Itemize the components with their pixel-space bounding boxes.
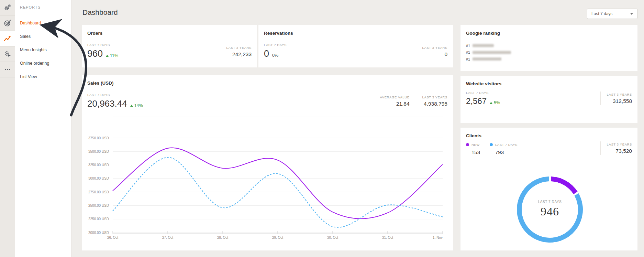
legend-item-new: NEW 153 — [466, 143, 480, 155]
donut-center-label: LAST 7 DAYS — [538, 200, 562, 204]
google-ranking-card: Google ranking #1 #1 #1 — [460, 25, 637, 71]
reservations-3yr-value: 0 — [422, 51, 447, 57]
secondary-label: LAST 3 YEARS — [607, 142, 632, 146]
line-chart-icon — [3, 34, 12, 43]
period-dropdown-value: Last 7 days — [591, 11, 612, 16]
clients-donut-chart: LAST 7 DAYS 946 — [512, 171, 588, 247]
visitors-delta: 5% — [490, 100, 500, 105]
reservations-delta: 0% — [272, 53, 278, 58]
redacted-text — [473, 57, 501, 61]
sidebar: REPORTS Dashboard Sales Menu Insights On… — [15, 0, 71, 257]
y-tick-label: 3000.00 USD — [88, 176, 109, 180]
card-title: Website visitors — [466, 81, 501, 86]
ranking-row: #1 — [466, 42, 511, 49]
y-tick-label: 3250.00 USD — [88, 163, 109, 167]
x-tick-label: 30. Oct — [327, 236, 338, 239]
clients-3yr-value: 73,520 — [607, 148, 632, 154]
sales-value: 20,963.44 — [87, 99, 127, 108]
x-tick-label: 1. Nov — [433, 236, 443, 239]
website-visitors-card: Website visitors LAST 7 DAYS 2,567 5% LA… — [460, 76, 637, 123]
y-tick-label: 2250.00 USD — [88, 217, 109, 221]
x-tick-label: 26. Oct — [107, 236, 118, 239]
secondary-label: LAST 3 YEARS — [607, 93, 632, 96]
orders-card: Orders LAST 7 DAYS 960 11% LAST 3 YEARS … — [82, 25, 257, 67]
automation-gear-icon — [3, 50, 12, 58]
card-title: Orders — [87, 31, 102, 36]
secondary-label: LAST 3 YEARS — [422, 46, 447, 50]
legend-dot-blue — [490, 143, 493, 146]
visitors-3yr-value: 312,558 — [607, 98, 632, 104]
redacted-text — [473, 44, 494, 47]
gears-icon — [3, 3, 12, 12]
y-tick-label: 2750.00 USD — [88, 190, 109, 194]
donut-center-value: 946 — [541, 205, 559, 218]
more-dots-icon — [3, 65, 12, 74]
ranking-list: #1 #1 #1 — [466, 42, 511, 63]
x-tick-label: 31. Oct — [382, 236, 393, 239]
rail-item-reports[interactable] — [0, 31, 15, 46]
x-tick-label: 28. Oct — [217, 236, 228, 239]
sidebar-item-menu-insights[interactable]: Menu Insights — [15, 43, 71, 56]
clients-new-value: 153 — [471, 149, 480, 155]
target-goal-icon — [3, 19, 12, 27]
rail-item-goals[interactable] — [0, 15, 15, 31]
legend-item-last7days: LAST 7 DAYS 793 — [490, 143, 518, 155]
ranking-row: #1 — [466, 49, 511, 56]
up-arrow-icon — [130, 105, 133, 107]
x-tick-label: 29. Oct — [272, 236, 283, 239]
series-line-dashed — [113, 158, 443, 227]
period-label: LAST 7 DAYS — [466, 91, 500, 95]
y-tick-label: 2000.00 USD — [88, 231, 109, 235]
up-arrow-icon — [106, 55, 109, 57]
redacted-text — [473, 51, 511, 54]
sidebar-section-label: REPORTS — [15, 0, 71, 9]
y-tick-label: 3750.00 USD — [88, 136, 109, 140]
average-value: 21.84 — [380, 101, 409, 107]
secondary-label: LAST 3 YEARS — [422, 95, 447, 99]
reservations-card: Reservations LAST 7 DAYS 0 0% LAST 3 YEA… — [258, 25, 453, 67]
page-title: Dashboard — [82, 8, 118, 17]
secondary-label: LAST 3 YEARS — [226, 46, 252, 50]
period-label: LAST 7 DAYS — [87, 93, 143, 97]
reservations-value: 0 — [264, 49, 269, 58]
visitors-value: 2,567 — [466, 97, 487, 105]
y-tick-label: 3500.00 USD — [88, 150, 109, 153]
period-label: LAST 7 DAYS — [87, 43, 118, 47]
legend-dot-purple — [466, 143, 469, 146]
orders-3yr-value: 242,233 — [226, 51, 252, 57]
orders-value: 960 — [87, 49, 103, 58]
chevron-down-icon — [630, 13, 633, 15]
ranking-row: #1 — [466, 56, 511, 63]
average-value-label: AVERAGE VALUE — [380, 95, 409, 99]
period-label: LAST 7 DAYS — [264, 43, 287, 47]
up-arrow-icon — [490, 102, 492, 104]
sales-card: Sales (USD) LAST 7 DAYS 20,963.44 14% AV… — [82, 75, 453, 250]
card-title: Reservations — [264, 31, 293, 36]
clients-last7-value: 793 — [495, 149, 518, 155]
sidebar-item-list-view[interactable]: List View — [15, 70, 71, 83]
sales-line-chart: 3750.00 USD3500.00 USD3250.00 USD3000.00… — [87, 112, 448, 246]
card-title: Google ranking — [466, 31, 500, 36]
x-tick-label: 27. Oct — [162, 236, 173, 239]
clients-card: Clients NEW 153 LAST 7 DAYS 793 LAST 3 Y… — [460, 128, 637, 250]
rail-item-more[interactable] — [0, 62, 15, 77]
sidebar-item-dashboard[interactable]: Dashboard — [15, 16, 71, 30]
y-tick-label: 2500.00 USD — [88, 204, 109, 207]
rail-item-automation[interactable] — [0, 46, 15, 62]
card-title: Sales (USD) — [87, 81, 114, 86]
sidebar-item-sales[interactable]: Sales — [15, 30, 71, 43]
orders-delta: 11% — [106, 53, 118, 58]
sales-delta: 14% — [130, 103, 143, 108]
sales-3yr-value: 4,938,795 — [422, 101, 447, 107]
icon-rail — [0, 0, 15, 257]
rail-item-settings[interactable] — [0, 0, 15, 15]
period-dropdown[interactable]: Last 7 days — [587, 9, 637, 19]
sidebar-item-online-ordering[interactable]: Online ordering — [15, 56, 71, 70]
card-title: Clients — [466, 133, 481, 138]
